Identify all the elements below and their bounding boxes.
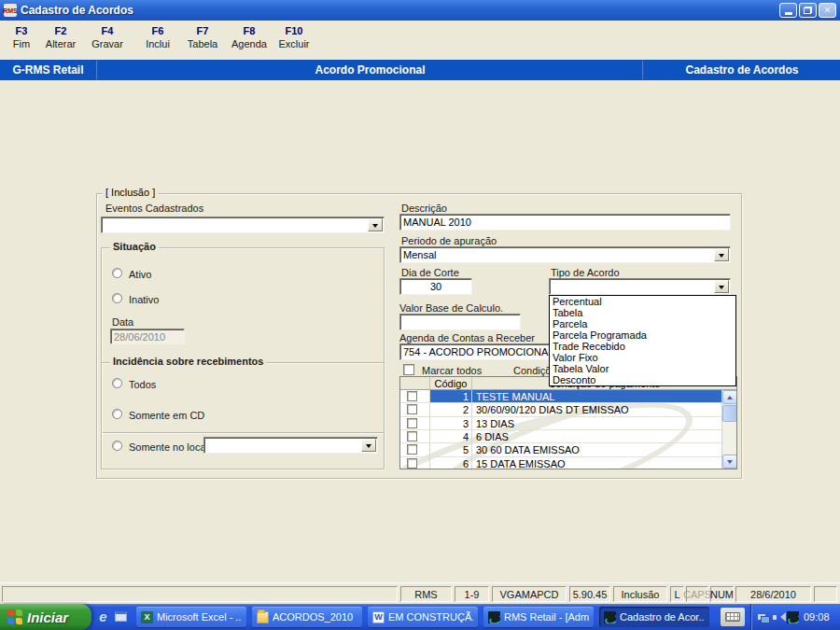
radio-somente-local[interactable] [112, 441, 122, 451]
dropdown-option-parcela-programada[interactable]: Parcela Programada [550, 329, 735, 341]
valor-base-field[interactable] [399, 314, 521, 330]
grid-header-codigo: Código [430, 377, 472, 389]
status-empty [2, 586, 398, 602]
dropdown-option-trade-recebido[interactable]: Trade Recebido [550, 341, 735, 352]
restore-button[interactable] [799, 3, 817, 18]
grid-row[interactable]: 3 13 DIAS [400, 417, 736, 430]
rms-icon [488, 611, 500, 623]
row-checkbox[interactable] [407, 418, 417, 428]
taskbar-button-rms-retail[interactable]: RMS Retail - [Adm... [483, 607, 594, 627]
radio-somente-cd[interactable] [112, 409, 122, 419]
dropdown-option-valor-fixo[interactable]: Valor Fixo [550, 352, 735, 363]
taskbar-button-cadastro-acordos[interactable]: Cadastro de Acor... [599, 607, 709, 627]
quick-launch-app-icon[interactable] [113, 609, 129, 624]
descricao-field[interactable]: MANUAL 2010 [399, 214, 731, 231]
minimize-button[interactable] [779, 3, 797, 18]
scrollbar-thumb[interactable] [722, 405, 737, 422]
volume-icon[interactable] [772, 611, 784, 623]
fkey-excluir[interactable]: F10Excluir [274, 25, 314, 49]
status-rms: RMS [400, 586, 452, 602]
navbar-screen: Cadastro de Acordos [644, 60, 840, 80]
radio-todos-label[interactable]: Todos [129, 379, 156, 390]
excel-icon: X [141, 611, 153, 623]
taskbar-button-folder[interactable]: ACORDOS_2010 [252, 607, 362, 627]
status-version: 5.90.45 [569, 586, 610, 602]
keyboard-icon [725, 612, 740, 622]
statusbar: RMS 1-9 VGAMAPCD 5.90.45 Inclusão L CAPS… [0, 582, 840, 604]
status-l: L [670, 586, 684, 602]
situacao-group-label: Situação [110, 242, 159, 252]
radio-inativo-label[interactable]: Inativo [129, 294, 159, 305]
descricao-label: Descrição [401, 203, 447, 214]
fkey-agenda[interactable]: F8Agenda [230, 25, 269, 49]
clock: 09:08 [804, 611, 830, 623]
tipo-acordo-combo[interactable] [549, 278, 731, 295]
start-button[interactable]: Iniciar [0, 604, 91, 630]
valor-base-label: Valor Base de Calculo. [399, 302, 503, 314]
taskbar-button-word[interactable]: W EM CONSTRUÇÃ... [368, 607, 478, 627]
combo-arrow-icon[interactable] [714, 280, 729, 293]
row-checkbox[interactable] [407, 404, 417, 414]
fkey-inclui[interactable]: F6Inclui [140, 25, 175, 49]
radio-ativo[interactable] [112, 268, 122, 278]
network-icon[interactable] [757, 611, 769, 623]
dropdown-option-percentual[interactable]: Percentual [550, 296, 735, 307]
rms-tray-icon[interactable] [787, 611, 799, 623]
fkey-fim[interactable]: F3Fim [7, 25, 35, 49]
row-checkbox[interactable] [407, 458, 417, 469]
fkey-gravar[interactable]: F4Gravar [88, 25, 127, 49]
tipo-acordo-label: Tipo de Acordo [551, 267, 620, 278]
status-range: 1-9 [455, 586, 489, 602]
status-date: 28/6/2010 [735, 586, 811, 602]
rms-icon [604, 611, 616, 623]
taskbar: Iniciar e X Microsoft Excel - ... ACORDO… [0, 604, 840, 630]
periodo-apuracao-combo[interactable]: Mensal [399, 246, 731, 263]
taskbar-button-excel[interactable]: X Microsoft Excel - ... [136, 607, 246, 627]
dropdown-option-parcela[interactable]: Parcela [550, 318, 735, 329]
dropdown-option-desconto[interactable]: Desconto [550, 374, 735, 385]
radio-ativo-label[interactable]: Ativo [129, 269, 151, 280]
grid-row[interactable]: 6 15 DATA EMISSAO [400, 457, 736, 469]
combo-arrow-icon[interactable] [361, 439, 376, 452]
windows-flag-icon [7, 609, 22, 624]
dia-corte-label: Dia de Corte [401, 267, 459, 278]
row-checkbox[interactable] [407, 444, 417, 455]
data-label: Data [112, 316, 133, 328]
marcar-todos-label[interactable]: Marcar todos [422, 365, 482, 376]
dia-corte-field[interactable]: 30 [399, 278, 472, 295]
grid-scrollbar[interactable] [721, 390, 736, 469]
fkey-tabela[interactable]: F7Tabela [183, 25, 222, 49]
keyboard-language-button[interactable] [721, 608, 745, 626]
row-checkbox[interactable] [407, 431, 417, 441]
word-icon: W [372, 611, 385, 623]
radio-somente-local-label[interactable]: Somente no local [129, 441, 208, 453]
radio-inativo[interactable] [112, 293, 122, 303]
somente-local-combo[interactable] [203, 437, 378, 454]
close-icon: ✕ [824, 6, 832, 15]
radio-somente-cd-label[interactable]: Somente em CD [129, 410, 204, 421]
periodo-apuracao-label: Periodo de apuração [401, 235, 497, 246]
screen: RMS Cadastro de Acordos ✕ F3Fim F2Altera… [0, 0, 840, 630]
scroll-up-icon[interactable] [722, 390, 737, 404]
radio-todos[interactable] [112, 378, 122, 388]
dropdown-option-tabela-valor[interactable]: Tabela Valor [550, 363, 735, 374]
combo-arrow-icon[interactable] [368, 218, 383, 231]
grid-row[interactable]: 2 30/60/90/120 DIAS DT EMISSAO [400, 403, 736, 416]
row-checkbox[interactable] [407, 391, 417, 401]
marcar-todos-checkbox[interactable] [403, 364, 414, 375]
grid-row[interactable]: 1 TESTE MANUAL [400, 390, 736, 403]
tipo-acordo-dropdown-list: Percentual Tabela Parcela Parcela Progra… [549, 295, 736, 386]
scroll-down-icon[interactable] [722, 455, 737, 469]
incidencia-group-label: Incidência sobre recebimentos [110, 357, 266, 367]
minimize-icon [785, 12, 792, 15]
grid-header-check [400, 377, 430, 389]
combo-arrow-icon[interactable] [714, 248, 729, 261]
grid-row[interactable]: 4 6 DIAS [400, 430, 736, 443]
status-num: NUM [710, 586, 734, 602]
close-button[interactable]: ✕ [819, 3, 836, 18]
internet-explorer-icon[interactable]: e [95, 609, 111, 624]
dropdown-option-tabela[interactable]: Tabela [550, 307, 735, 318]
eventos-cadastrados-combo[interactable] [101, 217, 385, 233]
grid-row[interactable]: 5 30 60 DATA EMISSAO [400, 443, 736, 456]
fkey-alterar[interactable]: F2Alterar [41, 25, 80, 49]
